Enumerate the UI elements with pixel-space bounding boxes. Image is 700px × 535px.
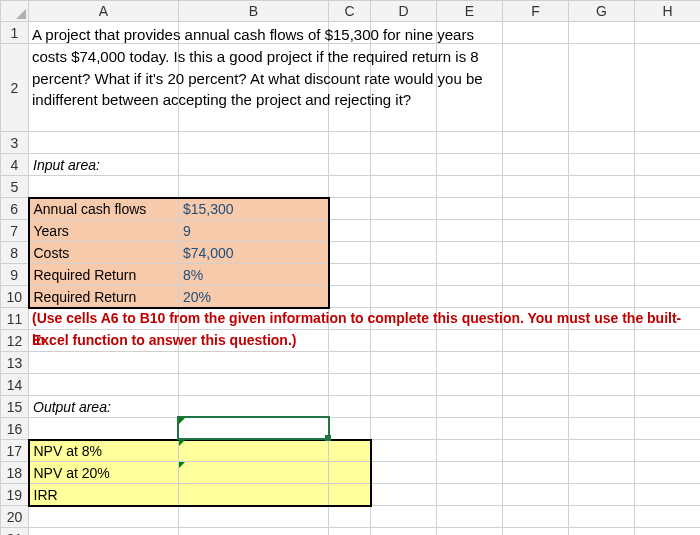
select-all-corner[interactable] <box>1 1 29 22</box>
row-header-7[interactable]: 7 <box>1 220 29 242</box>
cell-A6[interactable]: Annual cash flows <box>29 198 179 220</box>
col-header-H[interactable]: H <box>635 1 701 22</box>
cell-A11[interactable] <box>29 308 179 330</box>
cell-B3[interactable] <box>179 132 329 154</box>
cell-B4[interactable] <box>179 154 329 176</box>
cell-A19[interactable]: IRR <box>29 484 179 506</box>
row-header-1[interactable]: 1 <box>1 22 29 44</box>
col-header-F[interactable]: F <box>503 1 569 22</box>
cell-C18[interactable] <box>329 462 371 484</box>
cell-A2[interactable] <box>29 44 179 132</box>
row-header-10[interactable]: 10 <box>1 286 29 308</box>
cell-B17[interactable] <box>179 440 329 462</box>
col-header-D[interactable]: D <box>371 1 437 22</box>
cell-F1[interactable] <box>503 22 569 44</box>
cell-A17[interactable]: NPV at 8% <box>29 440 179 462</box>
cell-B8[interactable]: $74,000 <box>179 242 329 264</box>
row-header-4[interactable]: 4 <box>1 154 29 176</box>
cell-A18[interactable]: NPV at 20% <box>29 462 179 484</box>
cell-A16[interactable] <box>29 418 179 440</box>
cell-C19[interactable] <box>329 484 371 506</box>
cell-C2[interactable] <box>329 44 371 132</box>
cell-A3[interactable] <box>29 132 179 154</box>
cell-D1[interactable] <box>371 22 437 44</box>
spreadsheet-grid[interactable]: A B C D E F G H 1 2 3 4 Input area: 5 6 … <box>0 0 700 535</box>
row-header-20[interactable]: 20 <box>1 506 29 528</box>
row-header-3[interactable]: 3 <box>1 132 29 154</box>
cell-E2[interactable] <box>437 44 503 132</box>
row-header-17[interactable]: 17 <box>1 440 29 462</box>
spreadsheet-frame: A B C D E F G H 1 2 3 4 Input area: 5 6 … <box>0 0 700 535</box>
error-indicator-icon <box>179 440 185 446</box>
row-header-16[interactable]: 16 <box>1 418 29 440</box>
col-header-B[interactable]: B <box>179 1 329 22</box>
row-header-19[interactable]: 19 <box>1 484 29 506</box>
row-header-15[interactable]: 15 <box>1 396 29 418</box>
col-header-row: A B C D E F G H <box>1 1 701 22</box>
cell-A10[interactable]: Required Return <box>29 286 179 308</box>
cell-A14[interactable] <box>29 374 179 396</box>
row-header-11[interactable]: 11 <box>1 308 29 330</box>
row-header-8[interactable]: 8 <box>1 242 29 264</box>
cell-A5[interactable] <box>29 176 179 198</box>
cell-H1[interactable] <box>635 22 701 44</box>
cell-G1[interactable] <box>569 22 635 44</box>
row-header-2[interactable]: 2 <box>1 44 29 132</box>
cell-B9[interactable]: 8% <box>179 264 329 286</box>
cell-B10[interactable]: 20% <box>179 286 329 308</box>
output-area-label[interactable]: Output area: <box>29 396 179 418</box>
cell-F2[interactable] <box>503 44 569 132</box>
cell-C1[interactable] <box>329 22 371 44</box>
row-header-21[interactable]: 21 <box>1 528 29 536</box>
row-header-12[interactable]: 12 <box>1 330 29 352</box>
row-header-5[interactable]: 5 <box>1 176 29 198</box>
cell-D2[interactable] <box>371 44 437 132</box>
cell-A13[interactable] <box>29 352 179 374</box>
cell-B5[interactable] <box>179 176 329 198</box>
cell-A20[interactable] <box>29 506 179 528</box>
cell-A8[interactable]: Costs <box>29 242 179 264</box>
row-header-14[interactable]: 14 <box>1 374 29 396</box>
col-header-E[interactable]: E <box>437 1 503 22</box>
cell-A1[interactable] <box>29 22 179 44</box>
cell-A12[interactable] <box>29 330 179 352</box>
cell-E1[interactable] <box>437 22 503 44</box>
cell-A7[interactable]: Years <box>29 220 179 242</box>
col-header-A[interactable]: A <box>29 1 179 22</box>
row-header-6[interactable]: 6 <box>1 198 29 220</box>
cell-B1[interactable] <box>179 22 329 44</box>
error-indicator-icon <box>179 418 185 424</box>
row-header-13[interactable]: 13 <box>1 352 29 374</box>
row-header-18[interactable]: 18 <box>1 462 29 484</box>
cell-G2[interactable] <box>569 44 635 132</box>
cell-A9[interactable]: Required Return <box>29 264 179 286</box>
cell-H2[interactable] <box>635 44 701 132</box>
cell-C17[interactable] <box>329 440 371 462</box>
cell-B19[interactable] <box>179 484 329 506</box>
col-header-C[interactable]: C <box>329 1 371 22</box>
input-area-label[interactable]: Input area: <box>29 154 179 176</box>
col-header-G[interactable]: G <box>569 1 635 22</box>
row-header-9[interactable]: 9 <box>1 264 29 286</box>
cell-B2[interactable] <box>179 44 329 132</box>
error-indicator-icon <box>179 462 185 468</box>
cell-A21[interactable] <box>29 528 179 536</box>
cell-B18[interactable] <box>179 462 329 484</box>
cell-B6[interactable]: $15,300 <box>179 198 329 220</box>
cell-B7[interactable]: 9 <box>179 220 329 242</box>
